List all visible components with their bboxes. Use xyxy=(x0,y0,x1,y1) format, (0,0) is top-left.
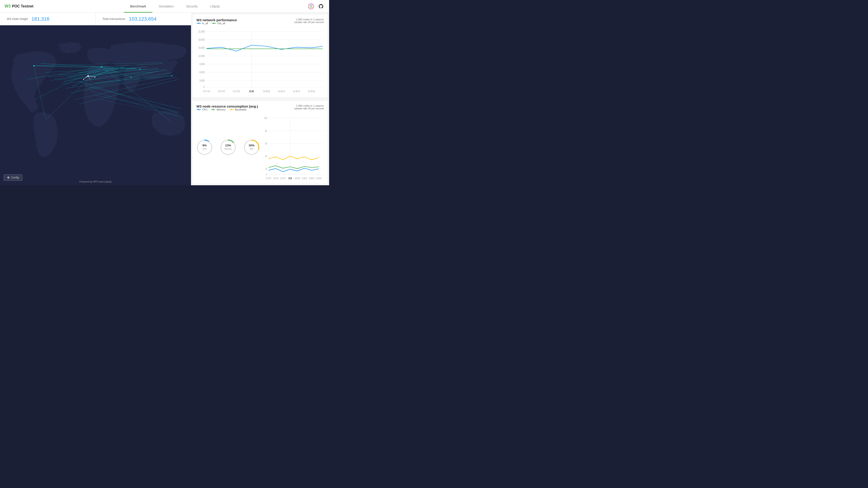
github-icon[interactable] xyxy=(317,3,324,10)
resource-chart-header: W3 node resource consumption (avg.) CPU … xyxy=(196,104,324,113)
svg-text:15:37:55: 15:37:55 xyxy=(280,177,286,180)
resource-consumption-card: W3 node resource consumption (avg.) CPU … xyxy=(193,101,327,184)
svg-text:9,000: 9,000 xyxy=(199,63,205,66)
config-button[interactable]: Config xyxy=(4,174,22,181)
network-performance-card: W3 network performance In_all Out_all 1, xyxy=(193,14,327,97)
svg-text:15:38:20: 15:38:20 xyxy=(308,90,315,93)
w3-icon[interactable] xyxy=(307,3,315,10)
total-tx-value: 103,123,654 xyxy=(129,16,156,22)
legend-bandwidth: Bandwidth xyxy=(229,108,246,111)
svg-text:15:38:15: 15:38:15 xyxy=(309,177,314,180)
svg-point-79 xyxy=(197,140,212,155)
legend-memory: Memory xyxy=(211,108,225,111)
legend-in-all: In_all xyxy=(196,22,208,25)
network-chart-meta: 1,000 nodes in 1 swarms sample rate 20 p… xyxy=(294,18,324,24)
resource-chart-meta: 1,000 nodes in 1 swarms sample rate 20 p… xyxy=(294,104,324,110)
resource-content: 9% CPU 13% Memory xyxy=(196,115,324,180)
svg-text:40: 40 xyxy=(265,155,267,158)
nav-libp2p[interactable]: Libp2p xyxy=(204,0,226,13)
logo: W3 POC Testnet xyxy=(4,4,33,8)
nav-security[interactable]: Security xyxy=(180,0,204,13)
total-tx-label: Total transactions xyxy=(102,17,125,21)
svg-point-50 xyxy=(171,75,172,76)
svg-text:Memory: Memory xyxy=(224,148,232,150)
legend-cpu-label: CPU xyxy=(202,108,207,111)
legend-dot-memory xyxy=(211,109,215,110)
logo-text: POC Testnet xyxy=(12,4,33,8)
svg-text:100: 100 xyxy=(264,117,267,120)
svg-text:21,000: 21,000 xyxy=(198,30,205,33)
svg-text:15:37:50: 15:37:50 xyxy=(218,90,225,93)
resource-chart-panel: 100 80 60 40 20 0 xyxy=(260,115,324,180)
nav-benchmark[interactable]: Benchmark xyxy=(124,0,153,13)
svg-text:60: 60 xyxy=(265,142,267,145)
network-meta-line1: 1,000 nodes in 1 swarms xyxy=(294,18,324,21)
resource-meta-line1: 1,000 nodes in 1 swarms xyxy=(294,104,324,107)
chain-height-label: W3 chain height xyxy=(7,17,28,21)
svg-text:30%: 30% xyxy=(249,144,254,147)
svg-text:18,000: 18,000 xyxy=(198,38,205,41)
cpu-gauge: 9% CPU xyxy=(195,138,214,156)
bandwidth-gauge: 30% BW xyxy=(243,138,260,156)
footer: Powered by IPFS and Libp2p xyxy=(79,180,112,183)
svg-text:15,000: 15,000 xyxy=(198,46,205,49)
network-meta-line2: sample rate 20 per second xyxy=(294,21,324,24)
svg-point-49 xyxy=(140,69,141,70)
svg-point-48 xyxy=(101,66,102,68)
resource-meta-line2: sample rate 20 per second xyxy=(294,107,324,110)
resource-legend: CPU Memory Bandwidth xyxy=(196,108,258,111)
network-chart-title: W3 network performance xyxy=(196,18,237,22)
svg-text:15:37:55: 15:37:55 xyxy=(233,90,240,93)
total-tx-stat: Total transactions 103,123,654 xyxy=(96,13,191,25)
svg-text:13%: 13% xyxy=(225,144,231,147)
svg-text:15:37:45: 15:37:45 xyxy=(203,90,210,93)
network-legend: In_all Out_all xyxy=(196,22,237,25)
chain-height-stat: W3 chain height 181,316 xyxy=(0,13,96,25)
svg-text:15:38:05: 15:38:05 xyxy=(263,90,270,93)
legend-dot-bandwidth xyxy=(229,109,234,110)
legend-out-all-label: Out_all xyxy=(217,22,225,25)
svg-point-44 xyxy=(88,75,89,76)
legend-out-all: Out_all xyxy=(212,22,225,25)
svg-text:15:38:10: 15:38:10 xyxy=(278,90,285,93)
legend-in-all-label: In_all xyxy=(202,22,208,25)
stats-bar: W3 chain height 181,316 Total transactio… xyxy=(0,13,191,25)
gauges-panel: 9% CPU 13% Memory xyxy=(196,115,260,180)
svg-text:15:38:10: 15:38:10 xyxy=(302,177,307,180)
legend-cpu: CPU xyxy=(196,108,207,111)
gauge-container: 9% CPU 13% Memory xyxy=(195,138,260,156)
svg-point-51 xyxy=(131,76,131,77)
svg-text:15:38:20: 15:38:20 xyxy=(316,177,322,180)
header: W3 POC Testnet Benchmark Simulation Secu… xyxy=(0,0,329,13)
svg-point-46 xyxy=(83,79,84,80)
chain-height-value: 181,316 xyxy=(31,16,50,22)
memory-gauge: 13% Memory xyxy=(219,138,237,156)
svg-point-47 xyxy=(33,65,35,66)
header-icons xyxy=(307,3,324,10)
resource-chart-title: W3 node resource consumption (avg.) xyxy=(196,104,258,108)
svg-text:0: 0 xyxy=(266,173,267,176)
svg-text:80: 80 xyxy=(265,129,267,132)
svg-text:9%: 9% xyxy=(203,144,207,147)
main-nav: Benchmark Simulation Security Libp2p xyxy=(42,0,307,13)
svg-text:6,000: 6,000 xyxy=(199,71,205,74)
network-chart-header: W3 network performance In_all Out_all 1, xyxy=(196,18,324,26)
nav-simulation[interactable]: Simulation xyxy=(152,0,180,13)
svg-text:15:38:05: 15:38:05 xyxy=(294,177,300,180)
svg-text:15:37:45: 15:37:45 xyxy=(266,177,271,180)
legend-dot-cpu xyxy=(196,109,201,110)
network-chart-container: 21,000 18,000 15,000 12,000 9,000 6,000 … xyxy=(196,28,324,94)
legend-dot-blue xyxy=(196,23,201,24)
legend-dot-green xyxy=(212,23,216,24)
svg-text:15:38: 15:38 xyxy=(288,177,292,180)
svg-text:0: 0 xyxy=(204,86,205,89)
main-content: W3 chain height 181,316 Total transactio… xyxy=(0,13,329,185)
map-area: Config Powered by IPFS and Libp2p xyxy=(0,25,191,185)
config-label: Config xyxy=(11,176,19,179)
legend-memory-label: Memory xyxy=(217,108,225,111)
svg-text:BW: BW xyxy=(250,148,253,150)
svg-text:15:38: 15:38 xyxy=(249,90,254,93)
logo-w3: W3 xyxy=(4,4,11,8)
svg-text:15:37:50: 15:37:50 xyxy=(273,177,278,180)
svg-text:15:38:15: 15:38:15 xyxy=(293,90,300,93)
